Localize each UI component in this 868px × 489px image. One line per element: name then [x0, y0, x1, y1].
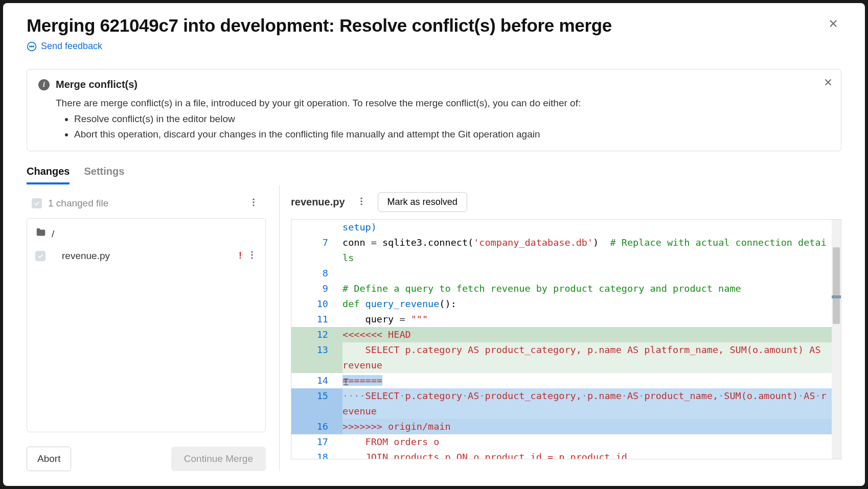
- code-line[interactable]: 16>>>>>>> origin/main: [291, 419, 841, 434]
- info-header: i Merge conflict(s): [38, 79, 830, 90]
- check-icon: [33, 200, 40, 207]
- code-content[interactable]: ····SELECT·p.category·AS·product_categor…: [342, 388, 841, 419]
- line-number: 14: [291, 373, 342, 388]
- modal-title: Merging 621049c7 into development: Resol…: [27, 15, 612, 36]
- code-editor[interactable]: setup)7conn = sqlite3.connect('company_d…: [291, 219, 841, 459]
- svg-point-9: [251, 257, 253, 259]
- code-content[interactable]: JOIN products p ON o.product_id = p.prod…: [342, 450, 841, 459]
- svg-point-6: [253, 204, 254, 206]
- code-content[interactable]: <<<<<<< HEAD: [342, 327, 841, 342]
- editor-scrollbar[interactable]: [832, 220, 841, 459]
- sidebar-menu-button[interactable]: [246, 195, 261, 211]
- code-line[interactable]: 17 FROM orders o: [291, 434, 841, 450]
- tab-changes[interactable]: Changes: [27, 166, 70, 184]
- line-number: 7: [291, 235, 342, 266]
- code-content[interactable]: >>>>>>> origin/main: [342, 419, 841, 434]
- code-content[interactable]: # Define a query to fetch revenue by pro…: [342, 281, 841, 296]
- code-line[interactable]: 8: [291, 266, 841, 281]
- merge-conflict-modal: Merging 621049c7 into development: Resol…: [3, 3, 865, 486]
- code-line[interactable]: 7conn = sqlite3.connect('company_databas…: [291, 235, 841, 266]
- editor-header: revenue.py Mark as resolved: [291, 192, 841, 219]
- svg-point-7: [251, 251, 253, 253]
- code-line[interactable]: 9# Define a query to fetch revenue by pr…: [291, 281, 841, 296]
- kebab-icon: [356, 196, 367, 206]
- svg-point-2: [31, 46, 32, 47]
- editor-menu-button[interactable]: [354, 194, 369, 210]
- file-checkbox[interactable]: [35, 251, 45, 261]
- info-intro: There are merge conflict(s) in a file, i…: [56, 96, 830, 110]
- line-number: 16: [291, 419, 342, 434]
- code-content[interactable]: setup): [342, 220, 841, 235]
- svg-point-1: [30, 46, 31, 47]
- kebab-icon: [248, 197, 259, 207]
- dismiss-info-button[interactable]: [823, 77, 834, 89]
- kebab-icon: [247, 250, 257, 260]
- info-banner: i Merge conflict(s) There are merge conf…: [27, 69, 841, 151]
- code-line[interactable]: 15····SELECT·p.category·AS·product_categ…: [291, 388, 841, 419]
- code-line[interactable]: 14=======: [291, 373, 841, 388]
- info-icon: i: [38, 79, 50, 90]
- line-number: [291, 220, 342, 235]
- mark-resolved-button[interactable]: Mark as resolved: [378, 192, 467, 212]
- abort-button[interactable]: Abort: [27, 447, 71, 471]
- info-bullet-2: Abort this operation, discard your chang…: [74, 127, 830, 142]
- line-number: 13: [291, 342, 342, 373]
- line-number: 10: [291, 296, 342, 312]
- svg-point-4: [253, 199, 254, 200]
- code-line[interactable]: setup): [291, 220, 841, 235]
- code-content[interactable]: =======: [342, 373, 841, 388]
- line-number: 18: [291, 450, 342, 459]
- file-name: revenue.py: [62, 250, 110, 262]
- continue-merge-button[interactable]: Continue Merge: [171, 447, 266, 471]
- info-heading: Merge conflict(s): [56, 79, 138, 90]
- changed-files-summary: 1 changed file: [32, 198, 108, 209]
- line-number: 8: [291, 266, 342, 281]
- svg-point-10: [360, 198, 362, 199]
- changed-files-label: 1 changed file: [48, 198, 108, 209]
- file-row-revenue[interactable]: revenue.py !: [29, 245, 263, 267]
- file-menu-button[interactable]: [245, 248, 259, 264]
- chat-icon: [27, 41, 37, 52]
- send-feedback-link[interactable]: Send feedback: [27, 41, 841, 52]
- code-content[interactable]: conn = sqlite3.connect('company_database…: [342, 235, 841, 266]
- close-icon: [823, 77, 834, 88]
- tab-settings[interactable]: Settings: [84, 166, 124, 184]
- svg-point-12: [360, 203, 362, 205]
- changes-sidebar: 1 changed file /: [27, 185, 280, 471]
- code-content[interactable]: [342, 266, 841, 281]
- code-line[interactable]: 18 JOIN products p ON o.product_id = p.p…: [291, 450, 841, 459]
- line-number: 11: [291, 312, 342, 327]
- code-line[interactable]: 10def query_revenue():: [291, 296, 841, 312]
- svg-point-11: [360, 201, 362, 202]
- code-content[interactable]: query = """: [342, 312, 841, 327]
- svg-point-5: [253, 202, 254, 203]
- scrollbar-thumb[interactable]: [833, 247, 840, 324]
- code-line[interactable]: 13 SELECT p.category AS product_category…: [291, 342, 841, 373]
- select-all-checkbox[interactable]: [32, 198, 42, 208]
- code-content[interactable]: SELECT p.category AS product_category, p…: [342, 342, 841, 373]
- editor-panel: revenue.py Mark as resolved setup)7conn …: [280, 185, 841, 471]
- conflict-indicator-icon: !: [239, 250, 242, 261]
- editor-filename: revenue.py: [291, 196, 345, 208]
- tree-root-row[interactable]: /: [29, 223, 263, 245]
- sidebar-header: 1 changed file: [27, 192, 266, 218]
- scrollbar-mark: [832, 295, 841, 298]
- line-number: 12: [291, 327, 342, 342]
- check-icon: [37, 252, 44, 260]
- code-content[interactable]: FROM orders o: [342, 434, 841, 450]
- content-area: 1 changed file /: [27, 185, 841, 471]
- code-line[interactable]: 12<<<<<<< HEAD: [291, 327, 841, 342]
- svg-point-8: [251, 254, 253, 256]
- tab-bar: Changes Settings: [27, 166, 841, 185]
- code-line[interactable]: 11 query = """: [291, 312, 841, 327]
- modal-header: Merging 621049c7 into development: Resol…: [27, 15, 841, 36]
- line-number: 15: [291, 388, 342, 419]
- info-body: There are merge conflict(s) in a file, i…: [56, 96, 830, 142]
- code-content[interactable]: def query_revenue():: [342, 296, 841, 312]
- line-number: 17: [291, 434, 342, 450]
- info-bullet-1: Resolve conflict(s) in the editor below: [74, 111, 830, 126]
- file-tree: / revenue.py !: [27, 218, 266, 432]
- close-modal-button[interactable]: [825, 15, 841, 33]
- feedback-label: Send feedback: [41, 41, 102, 52]
- close-icon: [827, 17, 839, 30]
